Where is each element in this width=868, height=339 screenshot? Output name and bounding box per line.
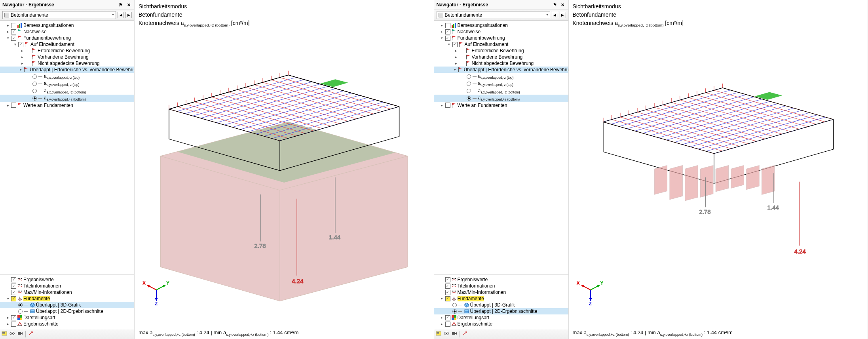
checkbox[interactable] <box>11 23 16 28</box>
expander-icon[interactable]: ▸ <box>454 61 459 65</box>
camera-icon[interactable] <box>452 331 457 337</box>
viewport-2d[interactable]: 2.78 1.44 4.24 <box>569 28 868 327</box>
arrow-icon[interactable] <box>462 331 468 337</box>
radio[interactable] <box>32 96 37 101</box>
expander-icon[interactable]: ▾ <box>20 68 22 72</box>
tree-node[interactable]: ▾✓Auf Einzelfundament <box>434 41 568 48</box>
tree-radio[interactable]: Überlappt | 3D-Grafik <box>0 302 134 308</box>
expander-icon[interactable]: ▾ <box>440 297 444 301</box>
next-button[interactable]: ▶ <box>560 12 566 18</box>
tree-node[interactable]: ▸Erforderliche Bewehrung <box>0 48 134 54</box>
tree-node[interactable]: ▸Vorhandene Bewehrung <box>0 54 134 60</box>
arrow-icon[interactable] <box>28 331 34 337</box>
radio[interactable] <box>452 303 457 307</box>
results-dropdown[interactable]: Betonfundamente <box>437 11 550 19</box>
checkbox[interactable]: ✓ <box>445 36 450 41</box>
expander-icon[interactable]: ▸ <box>440 30 444 34</box>
tree-node[interactable]: ▸Ergebnisschnitte <box>434 321 568 327</box>
expander-icon[interactable]: ▸ <box>440 316 444 320</box>
tree-node[interactable]: ✓Titelinformationen <box>0 283 134 289</box>
checkbox[interactable]: ✓ <box>11 290 16 295</box>
tree-node[interactable]: ▸Bemessungssituationen <box>434 22 568 29</box>
tree-node[interactable]: ▾✓Fundamente <box>0 295 134 302</box>
viewport-body[interactable]: 2.78 1.44 4.24 X Y Z <box>135 28 434 327</box>
tree-radio[interactable]: as,x,overlapped,+z (bottom) <box>0 88 134 95</box>
tree-node[interactable]: ▸✓Darstellungsart <box>434 314 568 321</box>
pin-icon[interactable]: ⚑ <box>118 2 124 8</box>
expander-icon[interactable]: ▾ <box>447 42 452 46</box>
checkbox[interactable]: ✓ <box>445 277 450 282</box>
expander-icon[interactable]: ▸ <box>20 55 25 59</box>
viewport-body[interactable]: 2.78 1.44 4.24 X Y Z <box>569 28 868 327</box>
tree-node[interactable]: ▸✓Nachweise <box>434 29 568 35</box>
tree-node[interactable]: ▾✓Fundamente <box>434 295 568 302</box>
tree-radio[interactable]: as,y,overlapped,-z (top) <box>0 80 134 87</box>
eye-icon[interactable] <box>9 331 15 337</box>
tree-node[interactable]: ▸Bemessungssituationen <box>0 22 134 29</box>
checkbox[interactable]: ✓ <box>445 29 450 34</box>
expander-icon[interactable]: ▾ <box>13 42 17 46</box>
checkbox[interactable]: ✓ <box>11 296 16 301</box>
expander-icon[interactable]: ▸ <box>440 103 444 107</box>
expander-icon[interactable]: ▸ <box>6 30 10 34</box>
radio[interactable] <box>467 96 471 101</box>
expander-icon[interactable]: ▸ <box>440 23 444 27</box>
checkbox[interactable] <box>445 23 450 28</box>
checkbox[interactable]: ✓ <box>11 315 16 320</box>
panel-header[interactable]: Navigator - Ergebnisse ⚑ ✕ <box>434 0 568 10</box>
tree-node[interactable]: ▸Erforderliche Bewehrung <box>434 48 568 54</box>
radio[interactable] <box>32 82 37 86</box>
tree-node[interactable]: ✓Max/Min-Informationen <box>434 289 568 295</box>
nav-icon[interactable] <box>436 331 441 337</box>
radio[interactable] <box>18 309 23 314</box>
expander-icon[interactable]: ▸ <box>6 322 10 326</box>
tree-node[interactable]: ✓Ergebniswerte <box>434 276 568 283</box>
expander-icon[interactable]: ▾ <box>6 36 10 40</box>
panel-header[interactable]: Navigator - Ergebnisse ⚑ ✕ <box>0 0 134 10</box>
radio[interactable] <box>467 82 471 86</box>
tree-node[interactable]: ▸Nicht abgedeckte Bewehrung <box>0 60 134 67</box>
tree-node[interactable]: ▸Ergebnisschnitte <box>0 321 134 327</box>
expander-icon[interactable]: ▸ <box>20 61 25 65</box>
expander-icon[interactable]: ▾ <box>6 297 10 301</box>
checkbox[interactable]: ✓ <box>11 36 16 41</box>
prev-button[interactable]: ◀ <box>552 12 558 18</box>
expander-icon[interactable]: ▸ <box>454 49 459 53</box>
results-dropdown[interactable]: Betonfundamente <box>2 11 116 19</box>
tree-node[interactable]: ▸✓Nachweise <box>0 29 134 35</box>
tree-node[interactable]: ▾Überlappt | Erforderliche vs. vorhanden… <box>0 67 134 73</box>
expander-icon[interactable]: ▸ <box>6 23 10 27</box>
viewport-3d[interactable]: 2.78 1.44 4.24 <box>135 28 434 327</box>
radio[interactable] <box>32 89 37 93</box>
expander-icon[interactable]: ▸ <box>6 103 10 107</box>
expander-icon[interactable]: ▸ <box>440 322 444 326</box>
close-icon[interactable]: ✕ <box>560 2 566 8</box>
tree-node[interactable]: ▸✓Darstellungsart <box>0 314 134 321</box>
expander-icon[interactable]: ▾ <box>454 68 456 72</box>
expander-icon[interactable]: ▸ <box>6 316 10 320</box>
tree-radio[interactable]: as,x,overlapped,-z (top) <box>434 73 568 80</box>
tree-node[interactable]: ▾✓Fundamentbewehrung <box>0 35 134 41</box>
camera-icon[interactable] <box>17 331 23 337</box>
checkbox[interactable]: ✓ <box>445 290 450 295</box>
tree-radio[interactable]: as,y,overlapped,+z (bottom) <box>434 95 568 102</box>
checkbox[interactable]: ✓ <box>18 42 23 47</box>
radio[interactable] <box>452 309 457 314</box>
next-button[interactable]: ▶ <box>125 12 132 18</box>
tree-radio[interactable]: as,x,overlapped,+z (bottom) <box>434 88 568 95</box>
radio[interactable] <box>467 89 471 93</box>
prev-button[interactable]: ◀ <box>118 12 124 18</box>
tree-radio[interactable]: Überlappt | 2D-Ergebnisschnitte <box>434 308 568 314</box>
tree-node[interactable]: ▸Werte an Fundamenten <box>0 102 134 109</box>
expander-icon[interactable]: ▸ <box>20 49 25 53</box>
tree-radio[interactable]: Überlappt | 3D-Grafik <box>434 302 568 308</box>
expander-icon[interactable]: ▾ <box>440 36 444 40</box>
checkbox[interactable]: ✓ <box>445 296 450 301</box>
checkbox[interactable]: ✓ <box>11 284 16 289</box>
tree-node[interactable]: ✓Ergebniswerte <box>0 276 134 283</box>
checkbox[interactable] <box>445 322 450 327</box>
radio[interactable] <box>18 303 23 307</box>
expander-icon[interactable]: ▸ <box>454 55 459 59</box>
tree-node[interactable]: ✓Titelinformationen <box>434 283 568 289</box>
checkbox[interactable] <box>11 322 16 327</box>
